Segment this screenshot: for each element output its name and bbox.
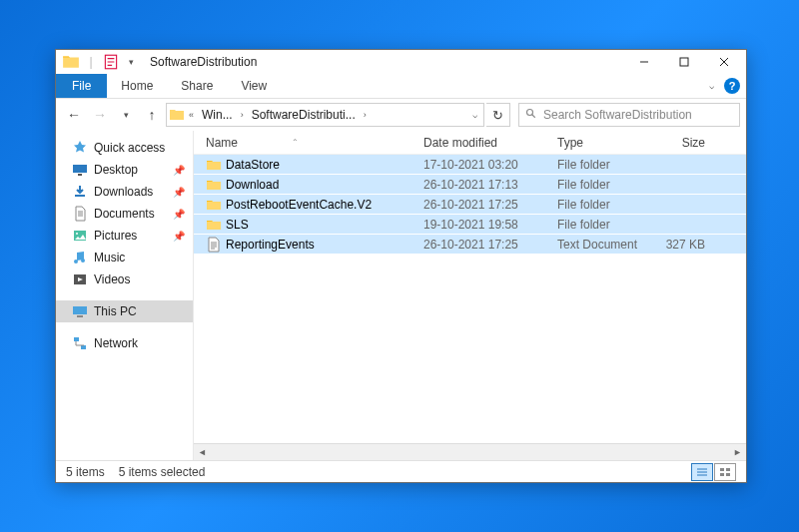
file-size: 327 KB	[651, 238, 711, 252]
file-list: DataStore17-10-2021 03:20File folderDown…	[194, 155, 746, 443]
divider-icon: |	[82, 53, 100, 71]
folder-icon	[206, 177, 222, 193]
search-placeholder: Search SoftwareDistribution	[543, 108, 692, 122]
file-date: 17-10-2021 03:20	[417, 158, 551, 172]
scroll-right-icon[interactable]: ►	[729, 444, 746, 461]
file-date: 26-10-2021 17:13	[417, 178, 551, 192]
sidebar-item-label: Downloads	[94, 185, 153, 199]
document-icon	[72, 206, 88, 222]
sidebar-item-network[interactable]: Network	[56, 332, 193, 354]
column-headers: Name⌃ Date modified Type Size	[194, 131, 746, 155]
column-date[interactable]: Date modified	[417, 136, 551, 150]
window-controls	[624, 50, 744, 74]
thumbnails-view-button[interactable]	[714, 463, 736, 481]
svg-point-5	[527, 109, 533, 115]
ribbon-expand-icon[interactable]: ⌵	[709, 81, 714, 91]
svg-rect-14	[73, 306, 87, 314]
navigation-row: ← → ▾ ↑ « Win... › SoftwareDistributi...…	[56, 99, 746, 131]
help-icon[interactable]: ?	[724, 78, 740, 94]
sidebar-item-music[interactable]: Music	[56, 247, 193, 268]
sort-indicator-icon: ⌃	[292, 138, 299, 147]
chevron-icon[interactable]: «	[187, 110, 196, 120]
sidebar-item-label: Documents	[94, 207, 155, 221]
titlebar: | ▾ SoftwareDistribution	[56, 50, 746, 74]
column-type[interactable]: Type	[551, 136, 651, 150]
file-name: DataStore	[226, 158, 280, 172]
search-input[interactable]: Search SoftwareDistribution	[518, 103, 740, 127]
file-row[interactable]: Download26-10-2021 17:13File folder	[194, 175, 746, 195]
network-icon	[72, 335, 88, 351]
folder-icon	[206, 217, 222, 233]
window-title: SoftwareDistribution	[150, 55, 624, 69]
file-name: PostRebootEventCache.V2	[226, 198, 372, 212]
properties-icon[interactable]	[102, 53, 120, 71]
refresh-button[interactable]: ↻	[486, 103, 510, 127]
scroll-left-icon[interactable]: ◄	[194, 444, 211, 461]
status-count: 5 items	[66, 465, 105, 479]
folder-icon	[206, 157, 222, 173]
sidebar-item-desktop[interactable]: Desktop 📌	[56, 159, 193, 181]
back-button[interactable]: ←	[62, 103, 86, 127]
file-tab[interactable]: File	[56, 74, 107, 98]
column-size[interactable]: Size	[651, 136, 711, 150]
tab-home[interactable]: Home	[107, 74, 167, 98]
svg-rect-8	[78, 174, 82, 176]
pin-icon: 📌	[173, 165, 185, 176]
download-icon	[72, 184, 88, 200]
search-icon	[525, 108, 537, 123]
sidebar-item-this-pc[interactable]: This PC	[56, 300, 193, 322]
explorer-window: | ▾ SoftwareDistribution File Home Share…	[55, 49, 747, 483]
file-type: File folder	[551, 158, 651, 172]
svg-rect-16	[74, 337, 79, 341]
svg-rect-15	[77, 315, 83, 317]
sidebar-item-downloads[interactable]: Downloads 📌	[56, 181, 193, 203]
status-selected: 5 items selected	[119, 465, 206, 479]
column-name[interactable]: Name⌃	[200, 136, 417, 150]
forward-button[interactable]: →	[88, 103, 112, 127]
close-button[interactable]	[704, 50, 744, 74]
sidebar-quick-access[interactable]: Quick access	[56, 137, 193, 159]
minimize-button[interactable]	[624, 50, 664, 74]
picture-icon	[72, 228, 88, 244]
sidebar-item-videos[interactable]: Videos	[56, 268, 193, 290]
file-type: File folder	[551, 198, 651, 212]
file-date: 26-10-2021 17:25	[417, 238, 551, 252]
sidebar-item-label: This PC	[94, 304, 137, 318]
chevron-right-icon[interactable]: ›	[362, 110, 369, 120]
breadcrumb-segment[interactable]: SoftwareDistributi...	[248, 108, 360, 122]
breadcrumb-segment[interactable]: Win...	[198, 108, 237, 122]
svg-rect-23	[720, 473, 724, 476]
up-button[interactable]: ↑	[140, 103, 164, 127]
folder-icon	[169, 107, 185, 123]
file-row[interactable]: DataStore17-10-2021 03:20File folder	[194, 155, 746, 175]
svg-rect-24	[726, 473, 730, 476]
file-row[interactable]: ReportingEvents26-10-2021 17:25Text Docu…	[194, 235, 746, 255]
sidebar-item-documents[interactable]: Documents 📌	[56, 203, 193, 225]
chevron-right-icon[interactable]: ›	[239, 110, 246, 120]
address-bar[interactable]: « Win... › SoftwareDistributi... › ⌵	[166, 103, 484, 127]
status-bar: 5 items 5 items selected	[56, 460, 746, 482]
qat-dropdown-icon[interactable]: ▾	[122, 53, 140, 71]
tab-share[interactable]: Share	[167, 74, 227, 98]
navigation-pane: Quick access Desktop 📌 Downloads 📌 Docum…	[56, 131, 194, 460]
sidebar-item-pictures[interactable]: Pictures 📌	[56, 225, 193, 247]
svg-rect-22	[726, 468, 730, 471]
text-icon	[206, 237, 222, 253]
file-row[interactable]: PostRebootEventCache.V226-10-2021 17:25F…	[194, 195, 746, 215]
file-list-pane: Name⌃ Date modified Type Size DataStore1…	[194, 131, 746, 460]
sidebar-item-label: Pictures	[94, 229, 137, 243]
sidebar-item-label: Quick access	[94, 141, 165, 155]
body: Quick access Desktop 📌 Downloads 📌 Docum…	[56, 131, 746, 460]
maximize-button[interactable]	[664, 50, 704, 74]
tab-view[interactable]: View	[227, 74, 281, 98]
pin-icon: 📌	[173, 187, 185, 198]
svg-rect-21	[720, 468, 724, 471]
file-name: ReportingEvents	[226, 238, 315, 252]
address-dropdown-icon[interactable]: ⌵	[472, 110, 477, 120]
svg-rect-2	[680, 58, 688, 66]
details-view-button[interactable]	[691, 463, 713, 481]
horizontal-scrollbar[interactable]: ◄ ►	[194, 443, 746, 460]
file-row[interactable]: SLS19-10-2021 19:58File folder	[194, 215, 746, 235]
file-type: File folder	[551, 218, 651, 232]
recent-dropdown[interactable]: ▾	[114, 103, 138, 127]
